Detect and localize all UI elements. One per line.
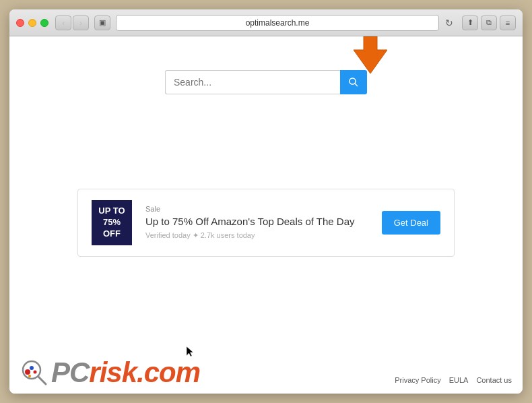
page-footer: PCrisk.com Privacy Policy EULA Contact u… [9, 352, 523, 394]
address-bar[interactable]: optimalsearch.me [116, 15, 439, 31]
traffic-lights [16, 19, 48, 27]
svg-point-10 [28, 375, 31, 377]
logo-risk: risk.com [89, 356, 200, 388]
maximize-button[interactable] [40, 19, 48, 27]
ad-badge: UP TO 75% OFF [92, 200, 132, 245]
search-input[interactable] [165, 70, 340, 94]
contact-us-link[interactable]: Contact us [476, 376, 512, 384]
logo-text: PCrisk.com [51, 359, 200, 387]
badge-line1: UP TO [98, 206, 125, 217]
ad-content: Sale Up to 75% Off Amazon's Top Deals of… [145, 205, 368, 240]
eula-link[interactable]: EULA [449, 376, 469, 384]
badge-line2: 75% [98, 217, 125, 228]
url-text: optimalsearch.me [246, 18, 310, 28]
new-tab-button[interactable]: ⧉ [481, 16, 497, 30]
arrow-icon [333, 36, 387, 80]
logo-pc: PC [51, 356, 89, 388]
privacy-policy-link[interactable]: Privacy Policy [395, 376, 440, 384]
forward-button[interactable]: › [73, 16, 89, 30]
tab-view-button[interactable]: ▣ [94, 16, 110, 30]
reload-button[interactable]: ↻ [442, 16, 457, 30]
pcrisk-logo-icon [20, 359, 48, 387]
back-button[interactable]: ‹ [55, 16, 71, 30]
sidebar-button[interactable]: ≡ [500, 16, 516, 30]
minimize-button[interactable] [28, 19, 36, 27]
svg-line-3 [355, 84, 358, 86]
ad-sale-label: Sale [145, 205, 368, 213]
address-bar-container: optimalsearch.me ↻ [116, 15, 457, 31]
svg-point-7 [25, 369, 30, 375]
get-deal-button[interactable]: Get Deal [382, 211, 440, 235]
ad-meta: Verified today ✦ 2.7k users today [145, 231, 368, 240]
footer-links: Privacy Policy EULA Contact us [395, 376, 512, 387]
toolbar-actions: ⬆ ⧉ ≡ [462, 16, 516, 30]
share-button[interactable]: ⬆ [462, 16, 478, 30]
page-content: UP TO 75% OFF Sale Up to 75% Off Amazon'… [9, 36, 523, 394]
svg-point-9 [34, 371, 37, 374]
badge-line3: OFF [98, 228, 125, 240]
arrow-annotation [333, 36, 387, 80]
search-area [165, 70, 367, 94]
ad-card: UP TO 75% OFF Sale Up to 75% Off Amazon'… [77, 189, 455, 257]
ad-title: Up to 75% Off Amazon's Top Deals of The … [145, 216, 368, 227]
svg-line-6 [38, 377, 46, 384]
close-button[interactable] [16, 19, 24, 27]
svg-marker-1 [354, 36, 387, 73]
svg-point-8 [30, 366, 34, 370]
title-bar: ‹ › ▣ optimalsearch.me ↻ ⬆ ⧉ ≡ [9, 9, 523, 36]
nav-buttons: ‹ › [55, 16, 89, 30]
pcrisk-logo: PCrisk.com [20, 359, 200, 387]
browser-window: ‹ › ▣ optimalsearch.me ↻ ⬆ ⧉ ≡ [9, 9, 523, 394]
